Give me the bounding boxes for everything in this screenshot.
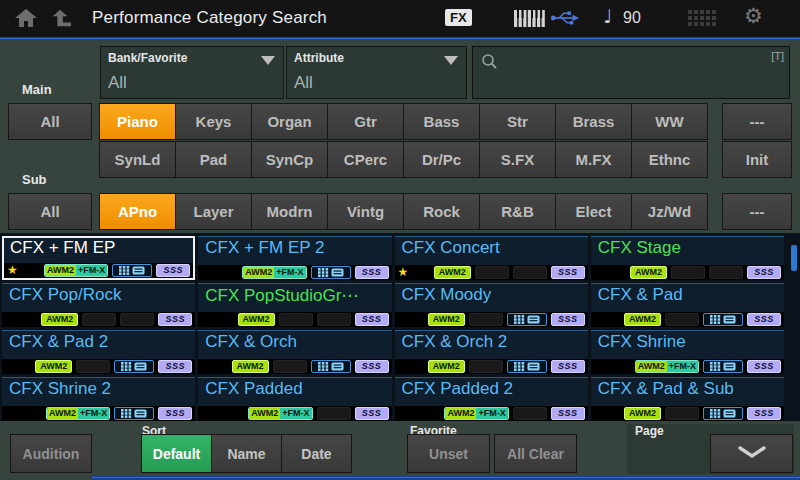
tempo-value[interactable]: 90	[623, 9, 641, 27]
main-category-init[interactable]: Init	[722, 141, 792, 178]
performance-item[interactable]: CFX & Orch 2AWM2SSS	[395, 330, 588, 374]
performance-item[interactable]: CFX MoodyAWM2SSS	[395, 283, 588, 327]
bank-favorite-dropdown[interactable]: Bank/Favorite All	[100, 46, 284, 99]
performance-badge-bar: ★AWM2SSS	[395, 265, 588, 280]
performance-item[interactable]: CFX & Pad 2AWM2SSS	[2, 330, 195, 374]
badge-motion-arp-icons	[114, 407, 154, 420]
badge-group: AWM2SSS	[428, 313, 585, 326]
performance-item[interactable]: CFX Shrine 2AWM2+FM-XSSS	[2, 377, 195, 421]
performance-item[interactable]: CFX Padded 2AWM2+FM-XSSS	[395, 377, 588, 421]
performance-badge-bar: AWM2+FM-XSSS	[198, 265, 391, 280]
main-category-dr-pc[interactable]: Dr/Pc	[403, 141, 480, 178]
chevron-down-icon	[737, 446, 767, 462]
badge-sss: SSS	[355, 407, 389, 420]
attribute-dropdown[interactable]: Attribute All	[286, 46, 467, 99]
performance-item[interactable]: CFX & Pad & SubAWM2SSS	[591, 377, 784, 421]
performance-list: CFX + FM EP★AWM2+FM-XSSSCFX + FM EP 2AWM…	[0, 233, 800, 421]
badge-sss: SSS	[158, 360, 192, 373]
sort-name-button[interactable]: Name	[211, 434, 282, 473]
performance-name: CFX Concert	[402, 238, 500, 258]
main-category-str[interactable]: Str	[479, 103, 556, 140]
badge-awm2: AWM2	[35, 360, 72, 373]
main-category-ethnc[interactable]: Ethnc	[631, 141, 708, 178]
main-category-gtr[interactable]: Gtr	[327, 103, 404, 140]
performance-item[interactable]: CFX & PadAWM2SSS	[591, 283, 784, 327]
performance-item[interactable]: CFX PaddedAWM2+FM-XSSS	[198, 377, 391, 421]
main-category-m-fx[interactable]: M.FX	[555, 141, 632, 178]
settings-gear-icon[interactable]: ⚙	[744, 4, 763, 28]
sub-category-rock[interactable]: Rock	[403, 193, 480, 230]
page-down-button[interactable]	[710, 434, 793, 473]
sort-date-button[interactable]: Date	[281, 434, 352, 473]
main-category-piano[interactable]: Piano	[99, 103, 176, 140]
page-title: Performance Category Search	[92, 8, 327, 28]
main-category-organ[interactable]: Organ	[251, 103, 328, 140]
badge-awm2: AWM2	[434, 266, 471, 279]
sub-category-r-b[interactable]: R&B	[479, 193, 556, 230]
performance-item[interactable]: CFX ShrineAWM2+FM-XSSS	[591, 330, 784, 374]
bank-favorite-label: Bank/Favorite	[108, 51, 187, 65]
badge-awm2: AWM2	[630, 266, 667, 279]
sub-category-elect[interactable]: Elect	[555, 193, 632, 230]
sub-category-layer[interactable]: Layer	[175, 193, 252, 230]
badge-awm2-fmx: AWM2+FM-X	[248, 407, 312, 420]
performance-item[interactable]: CFX + FM EP★AWM2+FM-XSSS	[2, 236, 195, 280]
performance-item[interactable]: CFX Pop/RockAWM2SSS	[2, 283, 195, 327]
performance-name: CFX Padded	[205, 379, 302, 399]
performance-item[interactable]: CFX & OrchAWM2SSS	[198, 330, 391, 374]
performance-name: CFX & Orch	[205, 332, 297, 352]
main-category-brass[interactable]: Brass	[555, 103, 632, 140]
bank-favorite-value: All	[108, 73, 127, 93]
search-input[interactable]: [T]	[472, 46, 790, 99]
category-search-screen: Performance Category Search FX	[0, 0, 800, 480]
performance-name: CFX Pop/Rock	[9, 285, 121, 305]
main-category-ww[interactable]: WW	[631, 103, 708, 140]
sub-category-jz-wd[interactable]: Jz/Wd	[631, 193, 708, 230]
badge-empty-slot	[120, 313, 154, 326]
performance-item[interactable]: CFX StageAWM2SSS	[591, 236, 784, 280]
audition-button[interactable]: Audition	[10, 434, 92, 473]
sub-category-modrn[interactable]: Modrn	[251, 193, 328, 230]
sub-category-dash[interactable]: ---	[722, 193, 792, 230]
badge-empty-slot	[317, 407, 351, 420]
fx-status-badge[interactable]: FX	[445, 9, 472, 26]
main-category-row2: SynLdPadSynCpCPercDr/PcS.FXM.FXEthnc	[100, 141, 708, 178]
sort-default-button[interactable]: Default	[141, 434, 212, 473]
main-section-label: Main	[22, 82, 52, 97]
main-category-bass[interactable]: Bass	[403, 103, 480, 140]
performance-name: CFX Moody	[402, 285, 492, 305]
sub-category-vintg[interactable]: Vintg	[327, 193, 404, 230]
performance-name: CFX Shrine 2	[9, 379, 111, 399]
main-category-pad[interactable]: Pad	[175, 141, 252, 178]
main-category-cperc[interactable]: CPerc	[327, 141, 404, 178]
favorite-all-clear-button[interactable]: All Clear	[494, 434, 577, 473]
home-icon[interactable]	[14, 8, 38, 32]
performance-badge-bar: AWM2SSS	[2, 312, 195, 327]
badge-group: AWM2SSS	[41, 313, 192, 326]
badge-awm2: AWM2	[624, 313, 661, 326]
badge-empty-slot	[475, 266, 509, 279]
badge-empty-slot	[273, 360, 307, 373]
favorite-unset-button[interactable]: Unset	[407, 434, 490, 473]
sub-category-all[interactable]: All	[8, 193, 92, 230]
performance-badge-bar: AWM2SSS	[591, 406, 784, 421]
main-category-dash[interactable]: ---	[722, 103, 792, 140]
sub-category-apno[interactable]: APno	[99, 193, 176, 230]
performance-item[interactable]: CFX PopStudioGr⋯AWM2SSS	[198, 283, 391, 327]
list-scrollbar[interactable]	[791, 245, 797, 271]
main-category-keys[interactable]: Keys	[175, 103, 252, 140]
badge-motion-arp-icons	[507, 313, 547, 326]
main-category-s-fx[interactable]: S.FX	[479, 141, 556, 178]
chevron-down-icon	[261, 56, 275, 65]
performance-badge-bar: AWM2SSS	[591, 312, 784, 327]
exit-up-icon[interactable]	[50, 8, 72, 32]
main-category-synld[interactable]: SynLd	[99, 141, 176, 178]
main-category-all[interactable]: All	[8, 103, 92, 140]
performance-name: CFX + FM EP	[10, 238, 115, 258]
favorite-star-icon: ★	[398, 265, 409, 280]
performance-item[interactable]: CFX + FM EP 2AWM2+FM-XSSS	[198, 236, 391, 280]
performance-item[interactable]: CFX Concert★AWM2SSS	[395, 236, 588, 280]
performance-badge-bar: AWM2+FM-XSSS	[591, 359, 784, 374]
main-category-syncp[interactable]: SynCp	[251, 141, 328, 178]
main-category-row1: PianoKeysOrganGtrBassStrBrassWW	[100, 103, 708, 140]
